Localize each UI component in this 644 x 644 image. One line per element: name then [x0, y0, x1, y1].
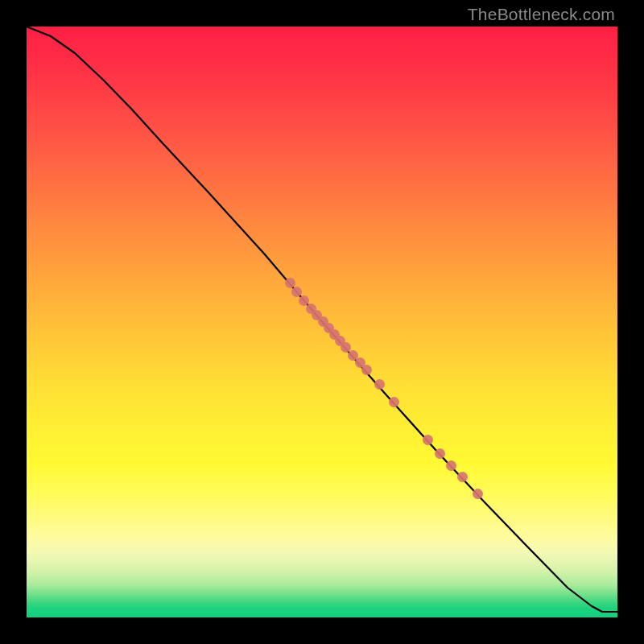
chart-stage: TheBottleneck.com [0, 0, 644, 644]
data-point [374, 379, 385, 390]
data-point [446, 460, 456, 471]
data-point [457, 472, 468, 482]
data-point [389, 397, 399, 407]
data-point [285, 278, 295, 288]
data-point [473, 489, 483, 499]
data-point [361, 365, 372, 375]
data-point [423, 435, 433, 445]
data-point [291, 287, 302, 297]
watermark-text: TheBottleneck.com [468, 5, 615, 24]
data-point [435, 448, 445, 459]
plot-area [27, 27, 617, 617]
